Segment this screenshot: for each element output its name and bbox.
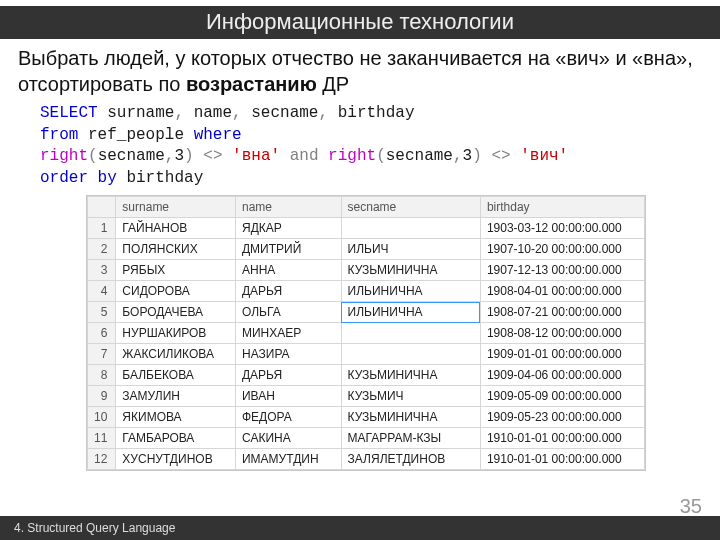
table-row: 8БАЛБЕКОВАДАРЬЯКУЗЬМИНИЧНА1909-04-06 00:… — [88, 365, 645, 386]
cell[interactable]: САКИНА — [235, 428, 341, 449]
cell[interactable]: ФЕДОРА — [235, 407, 341, 428]
page-title: Информационные технологии — [0, 6, 720, 39]
table-row: 11ГАМБАРОВАСАКИНАМАГАРРАМ-КЗЫ1910-01-01 … — [88, 428, 645, 449]
cell[interactable]: ХУСНУТДИНОВ — [116, 449, 236, 470]
row-number[interactable]: 4 — [88, 281, 116, 302]
sql-code: SELECT surname, name, secname, birthday … — [0, 97, 720, 191]
row-number[interactable]: 5 — [88, 302, 116, 323]
cell[interactable]: 1903-03-12 00:00:00.000 — [480, 218, 644, 239]
row-number[interactable]: 9 — [88, 386, 116, 407]
cell[interactable]: ЖАКСИЛИКОВА — [116, 344, 236, 365]
footer-bar: 4. Structured Query Language — [0, 516, 720, 540]
cell[interactable]: ЯДКАР — [235, 218, 341, 239]
cell[interactable]: ИЛЬИНИЧНА — [341, 281, 480, 302]
table-row: 1ГАЙНАНОВЯДКАР1903-03-12 00:00:00.000 — [88, 218, 645, 239]
row-number[interactable]: 8 — [88, 365, 116, 386]
cell[interactable]: 1908-08-12 00:00:00.000 — [480, 323, 644, 344]
cell[interactable]: 1909-05-23 00:00:00.000 — [480, 407, 644, 428]
header-name: name — [235, 197, 341, 218]
task-bold: возрастанию — [186, 73, 317, 95]
cell[interactable]: 1909-01-01 00:00:00.000 — [480, 344, 644, 365]
results-table: surname name secname birthday 1ГАЙНАНОВЯ… — [86, 195, 646, 471]
row-number[interactable]: 10 — [88, 407, 116, 428]
table-row: 10ЯКИМОВАФЕДОРАКУЗЬМИНИЧНА1909-05-23 00:… — [88, 407, 645, 428]
cell[interactable]: ГАЙНАНОВ — [116, 218, 236, 239]
table-row: 5БОРОДАЧЕВАОЛЬГАИЛЬИНИЧНА1908-07-21 00:0… — [88, 302, 645, 323]
cell[interactable]: РЯБЫХ — [116, 260, 236, 281]
cell[interactable]: ИЛЬИНИЧНА — [341, 302, 480, 323]
task-pre: Выбрать людей, у которых отчество не зак… — [18, 47, 693, 95]
footer-text: 4. Structured Query Language — [14, 521, 175, 535]
cell[interactable]: ИМАМУТДИН — [235, 449, 341, 470]
cell[interactable]: 1908-07-21 00:00:00.000 — [480, 302, 644, 323]
cell[interactable]: ДАРЬЯ — [235, 365, 341, 386]
cell[interactable]: ЯКИМОВА — [116, 407, 236, 428]
cell[interactable]: НУРШАКИРОВ — [116, 323, 236, 344]
cell[interactable]: МИНХАЕР — [235, 323, 341, 344]
table-row: 3РЯБЫХАННАКУЗЬМИНИЧНА1907-12-13 00:00:00… — [88, 260, 645, 281]
table-row: 4СИДОРОВАДАРЬЯИЛЬИНИЧНА1908-04-01 00:00:… — [88, 281, 645, 302]
cell[interactable]: ДАРЬЯ — [235, 281, 341, 302]
cell[interactable]: 1907-10-20 00:00:00.000 — [480, 239, 644, 260]
cell[interactable]: КУЗЬМИЧ — [341, 386, 480, 407]
cell[interactable] — [341, 344, 480, 365]
cell[interactable]: ИВАН — [235, 386, 341, 407]
cell[interactable]: 1909-05-09 00:00:00.000 — [480, 386, 644, 407]
header-rownum — [88, 197, 116, 218]
cell[interactable]: МАГАРРАМ-КЗЫ — [341, 428, 480, 449]
header-secname: secname — [341, 197, 480, 218]
table-row: 2ПОЛЯНСКИХДМИТРИЙИЛЬИЧ1907-10-20 00:00:0… — [88, 239, 645, 260]
cell[interactable]: 1907-12-13 00:00:00.000 — [480, 260, 644, 281]
cell[interactable]: КУЗЬМИНИЧНА — [341, 365, 480, 386]
cell[interactable]: ЗАЛЯЛЕТДИНОВ — [341, 449, 480, 470]
row-number[interactable]: 7 — [88, 344, 116, 365]
cell[interactable]: ОЛЬГА — [235, 302, 341, 323]
cell[interactable]: ПОЛЯНСКИХ — [116, 239, 236, 260]
header-birthday: birthday — [480, 197, 644, 218]
cell[interactable]: ЗАМУЛИН — [116, 386, 236, 407]
row-number[interactable]: 6 — [88, 323, 116, 344]
row-number[interactable]: 11 — [88, 428, 116, 449]
cell[interactable]: БОРОДАЧЕВА — [116, 302, 236, 323]
task-post: ДР — [317, 73, 349, 95]
row-number[interactable]: 3 — [88, 260, 116, 281]
table-header-row: surname name secname birthday — [88, 197, 645, 218]
table-row: 12ХУСНУТДИНОВИМАМУТДИНЗАЛЯЛЕТДИНОВ1910-0… — [88, 449, 645, 470]
row-number[interactable]: 2 — [88, 239, 116, 260]
table-row: 6НУРШАКИРОВМИНХАЕР1908-08-12 00:00:00.00… — [88, 323, 645, 344]
cell[interactable]: БАЛБЕКОВА — [116, 365, 236, 386]
cell[interactable]: ГАМБАРОВА — [116, 428, 236, 449]
cell[interactable]: 1910-01-01 00:00:00.000 — [480, 449, 644, 470]
cell[interactable]: 1910-01-01 00:00:00.000 — [480, 428, 644, 449]
cell[interactable]: 1908-04-01 00:00:00.000 — [480, 281, 644, 302]
task-text: Выбрать людей, у которых отчество не зак… — [0, 39, 720, 97]
cell[interactable]: ДМИТРИЙ — [235, 239, 341, 260]
slide-number: 35 — [680, 495, 702, 518]
cell[interactable] — [341, 323, 480, 344]
table-row: 9ЗАМУЛИНИВАНКУЗЬМИЧ1909-05-09 00:00:00.0… — [88, 386, 645, 407]
cell[interactable]: НАЗИРА — [235, 344, 341, 365]
cell[interactable]: КУЗЬМИНИЧНА — [341, 407, 480, 428]
cell[interactable]: ИЛЬИЧ — [341, 239, 480, 260]
cell[interactable]: СИДОРОВА — [116, 281, 236, 302]
cell[interactable]: 1909-04-06 00:00:00.000 — [480, 365, 644, 386]
cell[interactable]: АННА — [235, 260, 341, 281]
header-surname: surname — [116, 197, 236, 218]
row-number[interactable]: 1 — [88, 218, 116, 239]
row-number[interactable]: 12 — [88, 449, 116, 470]
cell[interactable]: КУЗЬМИНИЧНА — [341, 260, 480, 281]
table-row: 7ЖАКСИЛИКОВАНАЗИРА1909-01-01 00:00:00.00… — [88, 344, 645, 365]
cell[interactable] — [341, 218, 480, 239]
